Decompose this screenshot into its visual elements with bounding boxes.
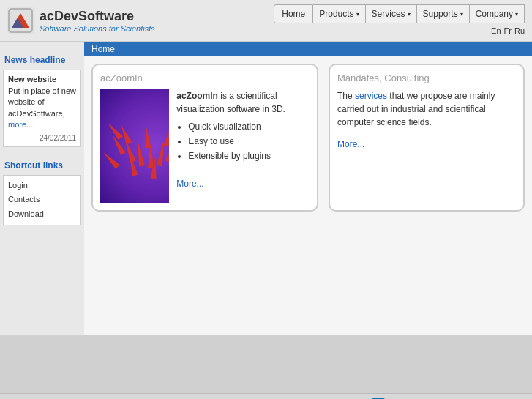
card-aczoomin-desc: acZoomIn is a scientifical visualization… — [176, 89, 310, 203]
feature-list: Quick visualization Easy to use Extensib… — [176, 120, 310, 163]
feature-1: Quick visualization — [188, 120, 310, 133]
svg-rect-23 — [100, 89, 169, 203]
card-aczoomin-inner: acZoomIn is a scientifical visualization… — [100, 89, 310, 203]
footer: Copyright © 1998-2011 acDevSoftware | Co… — [0, 393, 532, 399]
nav-company[interactable]: Company ▾ — [470, 4, 525, 23]
mandates-body: The services that we propose are mainly … — [337, 89, 516, 129]
logo-area: acDevSoftware Software Solutions for Sci… — [7, 7, 155, 34]
breadcrumb-text: Home — [91, 44, 115, 54]
news-body: Put in place of new website of acDevSoft… — [8, 86, 76, 131]
language-selector: En Fr Ru — [491, 26, 525, 37]
products-arrow-icon: ▾ — [356, 11, 359, 18]
page-container: News headline New website Put in place o… — [0, 42, 532, 335]
header: acDevSoftware Software Solutions for Sci… — [0, 0, 532, 42]
content-area: acZoomIn — [84, 56, 532, 219]
news-title: New website — [8, 75, 76, 83]
logo-title: acDevSoftware — [40, 9, 155, 24]
sidebar: News headline New website Put in place o… — [0, 42, 84, 335]
news-more-link[interactable]: more... — [8, 120, 33, 129]
card-mandates: Mandates, Consulting The services that w… — [329, 64, 525, 212]
nav-products[interactable]: Products ▾ — [313, 4, 365, 23]
aczoomin-more-link[interactable]: More... — [176, 179, 203, 189]
news-section-title: News headline — [3, 52, 81, 67]
lang-en[interactable]: En — [491, 26, 501, 35]
card-aczoomin-title: acZoomIn — [100, 72, 310, 83]
outer-wrapper: News headline New website Put in place o… — [0, 42, 532, 393]
logo-subtitle: Software Solutions for Scientists — [40, 24, 155, 33]
product-image — [100, 89, 169, 203]
logo-text-block: acDevSoftware Software Solutions for Sci… — [40, 9, 155, 33]
supports-arrow-icon: ▾ — [460, 11, 463, 18]
card-aczoomin: acZoomIn — [91, 64, 318, 212]
news-box: New website Put in place of new website … — [3, 70, 81, 147]
shortcut-section-title: Shortcut links — [3, 157, 81, 172]
services-arrow-icon: ▾ — [408, 11, 411, 18]
lang-fr[interactable]: Fr — [504, 26, 512, 35]
product-image-svg — [100, 89, 169, 203]
company-arrow-icon: ▾ — [515, 11, 518, 18]
main-content: Home acZoomIn — [84, 42, 532, 335]
nav-services[interactable]: Services ▾ — [366, 4, 417, 23]
shortcut-download[interactable]: Download — [8, 207, 76, 222]
shortcut-login[interactable]: Login — [8, 179, 76, 193]
logo-icon — [7, 7, 34, 34]
services-link[interactable]: services — [355, 91, 387, 101]
mandates-more-link[interactable]: More... — [337, 139, 364, 149]
feature-2: Easy to use — [188, 135, 310, 148]
news-date: 24/02/2011 — [8, 134, 76, 142]
lang-ru[interactable]: Ru — [514, 26, 525, 35]
feature-3: Extensible by plugins — [188, 149, 310, 163]
top-nav: Home Products ▾ Services ▾ Supports ▾ Co… — [274, 4, 525, 23]
product-name-bold: acZoomIn — [176, 91, 218, 101]
breadcrumb-bar: Home — [84, 42, 532, 56]
shortcut-box: Login Contacts Download — [3, 175, 81, 225]
nav-supports[interactable]: Supports ▾ — [417, 4, 470, 23]
card-mandates-title: Mandates, Consulting — [337, 72, 516, 83]
shortcut-contacts[interactable]: Contacts — [8, 193, 76, 207]
nav-home[interactable]: Home — [274, 4, 313, 23]
